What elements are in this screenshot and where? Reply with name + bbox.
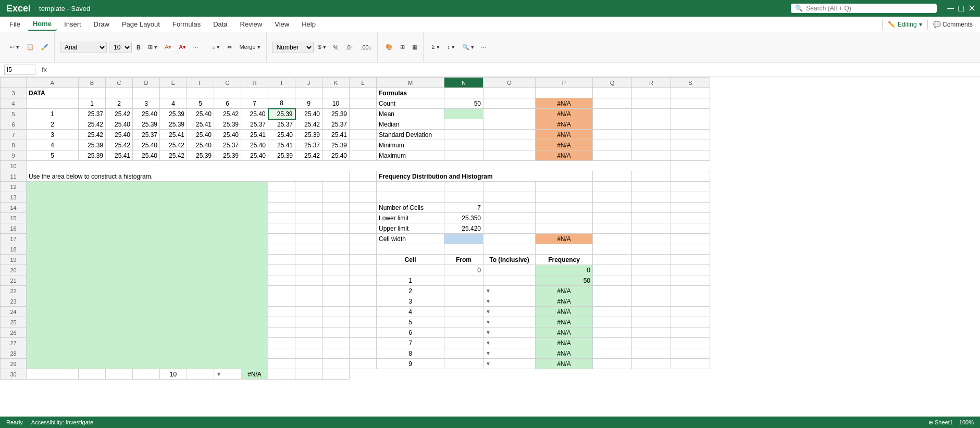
cell-R7[interactable] — [632, 130, 671, 140]
cell-K21[interactable] — [322, 275, 350, 286]
cell-P9[interactable]: #N/A — [536, 150, 593, 161]
cell-O21[interactable] — [483, 275, 536, 286]
cell-I30[interactable] — [27, 369, 79, 380]
cell-J18[interactable] — [295, 244, 322, 255]
cell-I29[interactable] — [268, 359, 295, 369]
cell-K26[interactable] — [322, 328, 350, 338]
more-button[interactable]: ··· — [191, 43, 201, 52]
cell-J8[interactable]: 25.37 — [295, 140, 322, 150]
cell-E4[interactable]: 4 — [160, 98, 187, 109]
cell-Q20[interactable] — [593, 265, 632, 275]
menu-formulas[interactable]: Formulas — [167, 18, 206, 30]
cell-J29[interactable] — [295, 359, 322, 369]
merge-button[interactable]: Merge ▾ — [237, 42, 263, 52]
cell-E3[interactable] — [160, 88, 187, 98]
row-header-5[interactable]: 5 — [1, 109, 27, 119]
maximize-btn[interactable]: □ — [958, 3, 964, 14]
col-header-B[interactable]: B — [79, 78, 106, 88]
cell-I21[interactable] — [268, 275, 295, 286]
cell-D3[interactable] — [133, 88, 160, 98]
cell-N9[interactable] — [444, 150, 483, 161]
cell-A8[interactable]: 4 — [27, 140, 79, 150]
cell-P28[interactable]: #N/A — [536, 348, 593, 359]
cell-O23[interactable]: ▼ — [483, 296, 536, 307]
cell-L6[interactable] — [350, 119, 377, 130]
row-header-24[interactable]: 24 — [1, 307, 27, 317]
row-header-11[interactable]: 11 — [1, 171, 27, 182]
cell-M30[interactable]: 10 — [160, 369, 187, 380]
cell-F5[interactable]: 25.40 — [187, 109, 214, 119]
cell-I4[interactable]: 8 — [268, 98, 295, 109]
borders-button[interactable]: ⊞ ▾ — [145, 42, 160, 52]
cell-J12[interactable] — [295, 182, 322, 192]
cell-reference-input[interactable] — [4, 65, 35, 75]
cell-Q29[interactable] — [593, 359, 632, 369]
cell-P20[interactable]: 0 — [536, 265, 593, 275]
cell-I8[interactable]: 25.41 — [268, 140, 295, 150]
col-header-N[interactable]: N — [444, 78, 483, 88]
cell-S26[interactable] — [671, 328, 710, 338]
cell-Q12[interactable] — [593, 182, 632, 192]
cell-I28[interactable] — [268, 348, 295, 359]
cell-S22[interactable] — [671, 286, 710, 296]
cell-O28[interactable]: ▼ — [483, 348, 536, 359]
cell-K4[interactable]: 10 — [322, 98, 350, 109]
cell-S5[interactable] — [671, 109, 710, 119]
cell-M6[interactable]: Median — [377, 119, 444, 130]
cell-J13[interactable] — [295, 192, 322, 203]
cell-O13[interactable] — [483, 192, 536, 203]
cell-N24[interactable] — [444, 307, 483, 317]
cell-L30[interactable] — [133, 369, 160, 380]
cell-S15[interactable] — [671, 213, 710, 223]
paste-button[interactable]: 📋 — [24, 42, 36, 52]
cell-O14[interactable] — [483, 203, 536, 213]
cell-J15[interactable] — [295, 213, 322, 223]
cell-I7[interactable]: 25.40 — [268, 130, 295, 140]
cell-L12[interactable] — [350, 182, 377, 192]
cell-J26[interactable] — [295, 328, 322, 338]
col-header-G[interactable]: G — [214, 78, 241, 88]
cell-N16[interactable]: 25.420 — [444, 223, 483, 234]
cell-S28[interactable] — [671, 348, 710, 359]
cell-K19[interactable] — [322, 255, 350, 265]
col-header-D[interactable]: D — [133, 78, 160, 88]
row-header-7[interactable]: 7 — [1, 130, 27, 140]
cell-R30[interactable] — [295, 369, 322, 380]
cell-N4[interactable]: 50 — [444, 98, 483, 109]
cell-C5[interactable]: 25.42 — [106, 109, 133, 119]
cell-L4[interactable] — [350, 98, 377, 109]
cell-R6[interactable] — [632, 119, 671, 130]
cell-D4[interactable]: 3 — [133, 98, 160, 109]
cell-I20[interactable] — [268, 265, 295, 275]
cell-O20[interactable] — [483, 265, 536, 275]
cell-M20[interactable] — [377, 265, 444, 275]
cell-K24[interactable] — [322, 307, 350, 317]
cell-I24[interactable] — [268, 307, 295, 317]
cell-J30[interactable] — [79, 369, 106, 380]
row-header-4[interactable]: 4 — [1, 98, 27, 109]
cell-F6[interactable]: 25.41 — [187, 119, 214, 130]
cell-F7[interactable]: 25.40 — [187, 130, 214, 140]
row-header-30[interactable]: 30 — [1, 369, 27, 380]
cell-H7[interactable]: 25.41 — [241, 130, 268, 140]
cell-S21[interactable] — [671, 275, 710, 286]
wrap-text-button[interactable]: ⇔ — [225, 42, 234, 52]
cell-I22[interactable] — [268, 286, 295, 296]
cell-L13[interactable] — [350, 192, 377, 203]
cell-P27[interactable]: #N/A — [536, 338, 593, 348]
cell-L28[interactable] — [350, 348, 377, 359]
cell-S17[interactable] — [671, 234, 710, 244]
cell-H6[interactable]: 25.37 — [241, 119, 268, 130]
cell-N6[interactable] — [444, 119, 483, 130]
cell-S12[interactable] — [671, 182, 710, 192]
row-header-19[interactable]: 19 — [1, 255, 27, 265]
cell-R5[interactable] — [632, 109, 671, 119]
menu-review[interactable]: Review — [235, 18, 268, 30]
cell-P21[interactable]: 50 — [536, 275, 593, 286]
cell-O18[interactable] — [483, 244, 536, 255]
cell-N18[interactable] — [444, 244, 483, 255]
cell-E7[interactable]: 25.41 — [160, 130, 187, 140]
cell-K20[interactable] — [322, 265, 350, 275]
cell-M29[interactable]: 9 — [377, 359, 444, 369]
currency-button[interactable]: $ ▾ — [316, 42, 329, 52]
